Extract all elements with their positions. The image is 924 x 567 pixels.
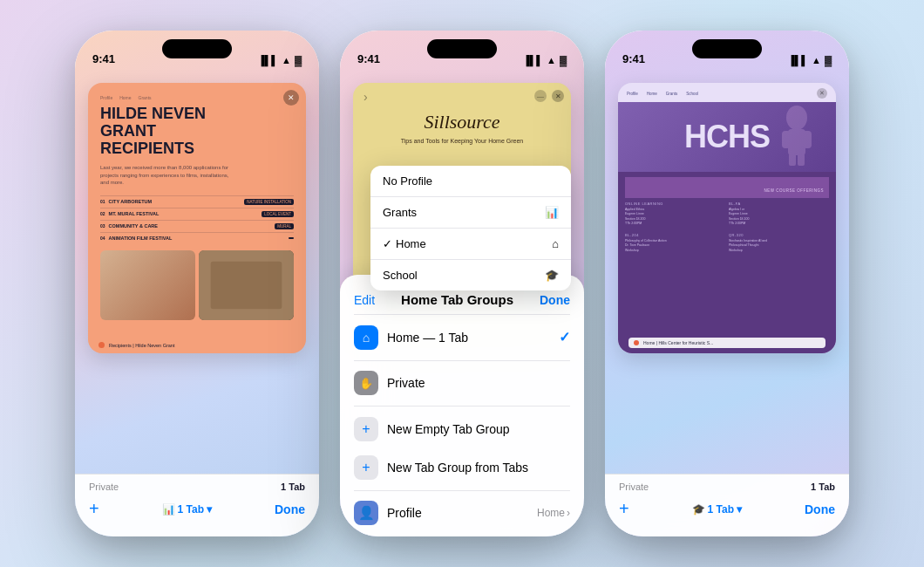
- sill-back-icon[interactable]: ›: [363, 90, 368, 104]
- hchs-statue-silhouette: [775, 105, 819, 169]
- profile-icon: 👤: [354, 501, 378, 525]
- sheet-item-private[interactable]: ✋ Private: [340, 364, 584, 402]
- sheet-divider-3: [354, 406, 570, 406]
- hilde-nav-profile: Profile: [100, 95, 112, 100]
- hilde-subtitle: Last year, we received more than 8,000 a…: [100, 164, 231, 186]
- dropdown-grants[interactable]: Grants 📊: [370, 196, 571, 228]
- hilde-footer-text: Recipients | Hilde Neven Grant: [109, 343, 174, 348]
- tab-switcher-button-1[interactable]: 📊 1 Tab ▾: [162, 503, 212, 516]
- hchs-nav: Profile Home Grants School: [627, 92, 698, 96]
- chevron-down-icon-3: ▾: [737, 503, 742, 516]
- house-icon-dropdown: ⌂: [552, 237, 559, 250]
- sill-subtitle: Tips and Tools for Keeping Your Home Gre…: [363, 137, 561, 146]
- hchs-section-blfa: BL-FA Algebra I or Eugene Linne Section …: [729, 202, 829, 226]
- hilde-card: ✕ Profile Home Grants HILDE NEVENGRANT R…: [88, 83, 306, 353]
- profile-row[interactable]: 👤 Profile Home ›: [340, 494, 584, 532]
- hchs-footer-dot: [634, 340, 639, 345]
- hchs-nav-school: School: [686, 92, 698, 96]
- sheet-done-button[interactable]: Done: [540, 293, 570, 307]
- hchs-section-bl204-title: BL-204: [625, 233, 725, 237]
- hilde-close-button[interactable]: ✕: [283, 90, 299, 106]
- hchs-section-qr320-text: Stochastic Inspiration AI and Philosophi…: [729, 239, 829, 253]
- tab-one-tab-3[interactable]: 1 Tab: [811, 482, 835, 492]
- new-tabs-icon: +: [354, 455, 378, 480]
- signal-icon-1: ▐▌▌: [258, 55, 278, 65]
- sheet-edit-button[interactable]: Edit: [354, 293, 375, 307]
- status-time-1: 9:41: [92, 52, 115, 65]
- hchs-course-grid: ONLINE LEARNING Applied Ethics Eugene Li…: [625, 202, 829, 256]
- hchs-section-blfa-title: BL-FA: [729, 202, 829, 206]
- hchs-nav-grants: Grants: [666, 92, 678, 96]
- sill-close-button[interactable]: ✕: [552, 90, 564, 102]
- hilde-image-2: [199, 250, 294, 320]
- dynamic-island-3: [692, 39, 762, 58]
- sheet-item-new-empty[interactable]: + New Empty Tab Group: [340, 410, 584, 448]
- sheet-divider-4: [354, 490, 570, 491]
- battery-icon-1: ▓: [295, 55, 302, 65]
- svg-point-28: [786, 106, 807, 130]
- hchs-banner-text: NEW COURSE OFFERINGS: [764, 188, 824, 193]
- hilde-list-item: 02MT. MURAL FESTIVAL LOCAL EVENT: [100, 208, 294, 220]
- private-tab-icon: ✋: [354, 371, 378, 395]
- hchs-close-button[interactable]: ✕: [817, 88, 827, 99]
- tab-private-3[interactable]: Private: [619, 482, 649, 492]
- hilde-list-item: 04ANIMATION FILM FESTIVAL: [100, 232, 294, 243]
- content-card-1: ✕ Profile Home Grants HILDE NEVENGRANT R…: [88, 83, 306, 353]
- add-tab-button-1[interactable]: +: [89, 499, 99, 519]
- hchs-section-bl204: BL-204 Philosophy of Collective Action D…: [625, 233, 725, 253]
- chevron-down-icon-1: ▾: [207, 503, 212, 516]
- dropdown-school[interactable]: School 🎓: [370, 259, 571, 290]
- profile-label: Profile: [387, 506, 537, 520]
- school-label: School: [383, 269, 418, 282]
- svg-rect-33: [798, 154, 805, 166]
- bottom-tabs-3: Private 1 Tab: [619, 482, 835, 492]
- hilde-image-1: [100, 250, 195, 320]
- hilde-list-item: 01CITY ARBORETUM NATURE INSTALLATION: [100, 195, 294, 208]
- status-time-3: 9:41: [622, 52, 645, 65]
- phone-1: 9:41 ▐▌▌ ▲ ▓ ✕ Profile Home Grants HILDE…: [75, 31, 319, 536]
- tab-one-tab-1[interactable]: 1 Tab: [281, 482, 305, 492]
- dynamic-island-2: [427, 39, 497, 58]
- dropdown-home[interactable]: ✓ Home ⌂: [370, 228, 571, 259]
- graduation-icon-dropdown: 🎓: [545, 269, 559, 282]
- hilde-nav-grants: Grants: [139, 95, 152, 100]
- sill-minimize-icon[interactable]: —: [534, 90, 547, 102]
- svg-rect-31: [803, 131, 812, 148]
- plus-icon-new-tabs: +: [362, 460, 370, 475]
- hchs-section-qr320-title: QR-320: [729, 233, 829, 237]
- sheet-item-new-tabs[interactable]: + New Tab Group from Tabs: [340, 448, 584, 487]
- school-tab-switcher-button[interactable]: 🎓 1 Tab ▾: [692, 503, 742, 516]
- svg-rect-30: [782, 131, 791, 148]
- sheet-item-new-empty-label: New Empty Tab Group: [387, 422, 570, 436]
- done-button-1[interactable]: Done: [275, 502, 305, 516]
- new-empty-icon: +: [354, 417, 378, 441]
- phone-3: 9:41 ▐▌▌ ▲ ▓ Profile Home Grants School …: [605, 31, 849, 536]
- tab-private-1[interactable]: Private: [89, 482, 119, 492]
- graduation-icon-bar: 🎓: [692, 503, 705, 516]
- battery-icon-2: ▓: [560, 55, 567, 65]
- hilde-images: [100, 250, 294, 320]
- status-time-2: 9:41: [357, 52, 380, 65]
- bottom-actions-1: + 📊 1 Tab ▾ Done: [89, 499, 305, 519]
- add-tab-button-3[interactable]: +: [619, 499, 629, 519]
- dropdown-no-profile[interactable]: No Profile: [370, 166, 571, 196]
- hilde-footer: Recipients | Hilde Neven Grant: [99, 342, 296, 348]
- status-icons-1: ▐▌▌ ▲ ▓: [258, 55, 302, 65]
- hchs-section-online: ONLINE LEARNING Applied Ethics Eugene Li…: [625, 202, 725, 226]
- status-icons-3: ▐▌▌ ▲ ▓: [788, 55, 832, 65]
- sheet-item-home[interactable]: ⌂ Home — 1 Tab ✓: [340, 318, 584, 357]
- hchs-nav-profile: Profile: [627, 92, 638, 96]
- svg-rect-32: [789, 154, 796, 166]
- hchs-footer-text: Home | Hills Center for Heuristic S...: [643, 340, 713, 345]
- sill-controls: — ✕: [534, 90, 564, 102]
- dynamic-island-1: [162, 39, 232, 58]
- person-icon: 👤: [358, 505, 375, 521]
- house-icon: ⌂: [363, 331, 370, 345]
- hchs-content: NEW COURSE OFFERINGS ONLINE LEARNING App…: [618, 172, 836, 353]
- done-button-3[interactable]: Done: [805, 502, 835, 516]
- profile-dropdown: No Profile Grants 📊 ✓ Home ⌂ School 🎓: [370, 166, 571, 290]
- content-card-3: Profile Home Grants School ✕: [618, 83, 836, 353]
- hchs-nav-home: Home: [647, 92, 657, 96]
- hilde-footer-dot: [99, 342, 105, 348]
- sheet-title: Home Tab Groups: [401, 292, 513, 307]
